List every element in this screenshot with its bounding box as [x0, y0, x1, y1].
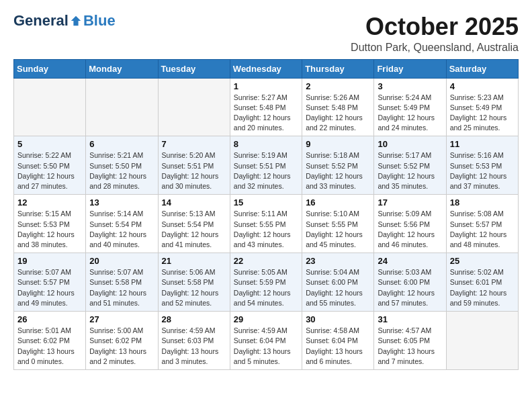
day-info: Sunrise: 5:24 AM Sunset: 5:49 PM Dayligh…: [378, 93, 442, 134]
day-info: Sunrise: 4:57 AM Sunset: 6:05 PM Dayligh…: [378, 326, 442, 367]
day-number: 7: [162, 139, 226, 149]
calendar-day-cell: 20Sunrise: 5:07 AM Sunset: 5:58 PM Dayli…: [86, 253, 158, 312]
day-info: Sunrise: 5:04 AM Sunset: 6:00 PM Dayligh…: [306, 267, 370, 308]
calendar-day-cell: 9Sunrise: 5:18 AM Sunset: 5:52 PM Daylig…: [302, 136, 374, 195]
logo-blue-text: Blue: [83, 13, 116, 28]
calendar-day-cell: 16Sunrise: 5:10 AM Sunset: 5:55 PM Dayli…: [302, 195, 374, 253]
logo: General Blue: [13, 13, 116, 28]
title-block: October 2025 Dutton Park, Queensland, Au…: [351, 13, 519, 54]
calendar-day-cell: 19Sunrise: 5:07 AM Sunset: 5:57 PM Dayli…: [14, 253, 86, 312]
day-info: Sunrise: 5:21 AM Sunset: 5:50 PM Dayligh…: [89, 150, 154, 191]
weekday-header-saturday: Saturday: [446, 59, 518, 78]
day-number: 27: [89, 314, 154, 324]
day-info: Sunrise: 5:10 AM Sunset: 5:55 PM Dayligh…: [306, 209, 370, 250]
day-info: Sunrise: 5:19 AM Sunset: 5:51 PM Dayligh…: [234, 150, 298, 191]
day-info: Sunrise: 4:59 AM Sunset: 6:04 PM Dayligh…: [234, 326, 298, 367]
weekday-header-tuesday: Tuesday: [158, 59, 230, 78]
calendar-day-cell: 12Sunrise: 5:15 AM Sunset: 5:53 PM Dayli…: [14, 195, 86, 253]
day-number: 30: [306, 314, 370, 324]
day-info: Sunrise: 5:22 AM Sunset: 5:50 PM Dayligh…: [17, 150, 82, 191]
calendar-week-row: 5Sunrise: 5:22 AM Sunset: 5:50 PM Daylig…: [14, 136, 519, 195]
day-info: Sunrise: 5:02 AM Sunset: 6:01 PM Dayligh…: [450, 267, 515, 308]
calendar-day-cell: 7Sunrise: 5:20 AM Sunset: 5:51 PM Daylig…: [158, 136, 230, 195]
calendar-day-cell: 3Sunrise: 5:24 AM Sunset: 5:49 PM Daylig…: [374, 78, 446, 136]
calendar-day-cell: [86, 78, 158, 136]
day-number: 9: [306, 139, 370, 149]
logo-icon: [70, 15, 82, 27]
calendar-day-cell: 14Sunrise: 5:13 AM Sunset: 5:54 PM Dayli…: [158, 195, 230, 253]
day-info: Sunrise: 5:03 AM Sunset: 6:00 PM Dayligh…: [378, 267, 442, 308]
logo-general-text: General: [13, 13, 69, 28]
calendar-day-cell: 22Sunrise: 5:05 AM Sunset: 5:59 PM Dayli…: [230, 253, 302, 312]
day-info: Sunrise: 5:23 AM Sunset: 5:49 PM Dayligh…: [450, 93, 515, 134]
day-number: 28: [162, 314, 226, 324]
calendar-day-cell: [446, 312, 518, 370]
calendar-day-cell: 17Sunrise: 5:09 AM Sunset: 5:56 PM Dayli…: [374, 195, 446, 253]
calendar-day-cell: 1Sunrise: 5:27 AM Sunset: 5:48 PM Daylig…: [230, 78, 302, 136]
day-number: 24: [378, 256, 442, 266]
location-title: Dutton Park, Queensland, Australia: [351, 42, 519, 54]
calendar-day-cell: 4Sunrise: 5:23 AM Sunset: 5:49 PM Daylig…: [446, 78, 518, 136]
calendar-day-cell: 27Sunrise: 5:00 AM Sunset: 6:02 PM Dayli…: [86, 312, 158, 370]
day-info: Sunrise: 5:08 AM Sunset: 5:57 PM Dayligh…: [450, 209, 515, 250]
calendar-day-cell: 26Sunrise: 5:01 AM Sunset: 6:02 PM Dayli…: [14, 312, 86, 370]
day-info: Sunrise: 5:01 AM Sunset: 6:02 PM Dayligh…: [17, 326, 82, 367]
calendar-day-cell: 13Sunrise: 5:14 AM Sunset: 5:54 PM Dayli…: [86, 195, 158, 253]
day-info: Sunrise: 5:16 AM Sunset: 5:53 PM Dayligh…: [450, 150, 515, 191]
calendar-day-cell: 6Sunrise: 5:21 AM Sunset: 5:50 PM Daylig…: [86, 136, 158, 195]
calendar-week-row: 1Sunrise: 5:27 AM Sunset: 5:48 PM Daylig…: [14, 78, 519, 136]
calendar-day-cell: 24Sunrise: 5:03 AM Sunset: 6:00 PM Dayli…: [374, 253, 446, 312]
calendar-day-cell: 5Sunrise: 5:22 AM Sunset: 5:50 PM Daylig…: [14, 136, 86, 195]
day-number: 1: [234, 81, 298, 91]
day-number: 11: [450, 139, 515, 149]
month-title: October 2025: [351, 13, 519, 40]
weekday-header-friday: Friday: [374, 59, 446, 78]
calendar-day-cell: 11Sunrise: 5:16 AM Sunset: 5:53 PM Dayli…: [446, 136, 518, 195]
day-number: 4: [450, 81, 515, 91]
day-info: Sunrise: 5:00 AM Sunset: 6:02 PM Dayligh…: [89, 326, 154, 367]
calendar-day-cell: [158, 78, 230, 136]
weekday-header-sunday: Sunday: [14, 59, 86, 78]
calendar-day-cell: 2Sunrise: 5:26 AM Sunset: 5:48 PM Daylig…: [302, 78, 374, 136]
calendar-day-cell: 29Sunrise: 4:59 AM Sunset: 6:04 PM Dayli…: [230, 312, 302, 370]
day-info: Sunrise: 5:13 AM Sunset: 5:54 PM Dayligh…: [162, 209, 226, 250]
day-number: 29: [234, 314, 298, 324]
day-info: Sunrise: 5:20 AM Sunset: 5:51 PM Dayligh…: [162, 150, 226, 191]
weekday-header-monday: Monday: [86, 59, 158, 78]
day-info: Sunrise: 5:07 AM Sunset: 5:57 PM Dayligh…: [17, 267, 82, 308]
day-info: Sunrise: 5:05 AM Sunset: 5:59 PM Dayligh…: [234, 267, 298, 308]
page-header: General Blue October 2025 Dutton Park, Q…: [13, 13, 519, 54]
calendar-day-cell: 28Sunrise: 4:59 AM Sunset: 6:03 PM Dayli…: [158, 312, 230, 370]
calendar-day-cell: 23Sunrise: 5:04 AM Sunset: 6:00 PM Dayli…: [302, 253, 374, 312]
calendar-day-cell: 25Sunrise: 5:02 AM Sunset: 6:01 PM Dayli…: [446, 253, 518, 312]
calendar-day-cell: 31Sunrise: 4:57 AM Sunset: 6:05 PM Dayli…: [374, 312, 446, 370]
svg-marker-0: [71, 16, 81, 26]
weekday-header-wednesday: Wednesday: [230, 59, 302, 78]
day-number: 23: [306, 256, 370, 266]
day-number: 19: [17, 256, 82, 266]
day-number: 31: [378, 314, 442, 324]
day-number: 3: [378, 81, 442, 91]
day-number: 16: [306, 197, 370, 208]
day-number: 14: [162, 197, 226, 208]
day-info: Sunrise: 5:07 AM Sunset: 5:58 PM Dayligh…: [89, 267, 154, 308]
day-info: Sunrise: 5:14 AM Sunset: 5:54 PM Dayligh…: [89, 209, 154, 250]
day-info: Sunrise: 5:11 AM Sunset: 5:55 PM Dayligh…: [234, 209, 298, 250]
day-number: 6: [89, 139, 154, 149]
day-number: 10: [378, 139, 442, 149]
weekday-header-thursday: Thursday: [302, 59, 374, 78]
calendar-day-cell: 30Sunrise: 4:58 AM Sunset: 6:04 PM Dayli…: [302, 312, 374, 370]
day-number: 18: [450, 197, 515, 208]
day-number: 21: [162, 256, 226, 266]
day-info: Sunrise: 5:09 AM Sunset: 5:56 PM Dayligh…: [378, 209, 442, 250]
calendar-day-cell: 15Sunrise: 5:11 AM Sunset: 5:55 PM Dayli…: [230, 195, 302, 253]
calendar-day-cell: 18Sunrise: 5:08 AM Sunset: 5:57 PM Dayli…: [446, 195, 518, 253]
day-number: 12: [17, 197, 82, 208]
day-info: Sunrise: 4:58 AM Sunset: 6:04 PM Dayligh…: [306, 326, 370, 367]
day-info: Sunrise: 5:18 AM Sunset: 5:52 PM Dayligh…: [306, 150, 370, 191]
day-number: 15: [234, 197, 298, 208]
day-number: 13: [89, 197, 154, 208]
day-number: 20: [89, 256, 154, 266]
day-info: Sunrise: 5:17 AM Sunset: 5:52 PM Dayligh…: [378, 150, 442, 191]
calendar-day-cell: 10Sunrise: 5:17 AM Sunset: 5:52 PM Dayli…: [374, 136, 446, 195]
